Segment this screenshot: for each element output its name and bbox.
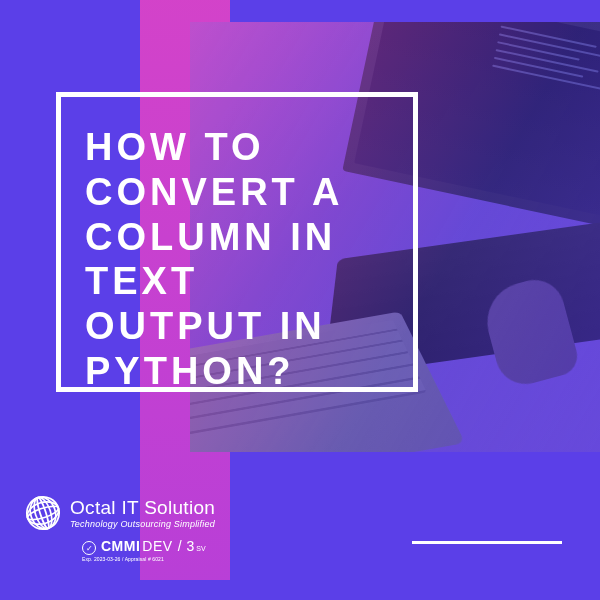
article-title: HOW TO CONVERT A COLUMN IN TEXT OUTPUT I… bbox=[85, 125, 389, 394]
logo-section: Octal IT Solution Technology Outsourcing… bbox=[24, 494, 215, 563]
title-box: HOW TO CONVERT A COLUMN IN TEXT OUTPUT I… bbox=[56, 92, 418, 392]
cmmi-separator: / bbox=[178, 538, 182, 554]
svg-point-2 bbox=[31, 495, 55, 530]
company-tagline: Technology Outsourcing Simplified bbox=[70, 519, 215, 529]
cmmi-sv: SV bbox=[196, 545, 205, 552]
cmmi-badge: ✓ CMMI DEV / 3 SV bbox=[82, 538, 215, 556]
cmmi-appraisal: Exp. 2023-03-26 / Appraisal # 6021 bbox=[82, 556, 215, 562]
company-name: Octal IT Solution bbox=[70, 497, 215, 519]
divider-line bbox=[412, 541, 562, 544]
cmmi-level: 3 bbox=[187, 538, 195, 554]
cmmi-suffix: DEV bbox=[142, 538, 172, 554]
checkmark-icon: ✓ bbox=[82, 541, 96, 555]
cmmi-prefix: CMMI bbox=[101, 538, 140, 554]
globe-icon bbox=[24, 494, 62, 532]
